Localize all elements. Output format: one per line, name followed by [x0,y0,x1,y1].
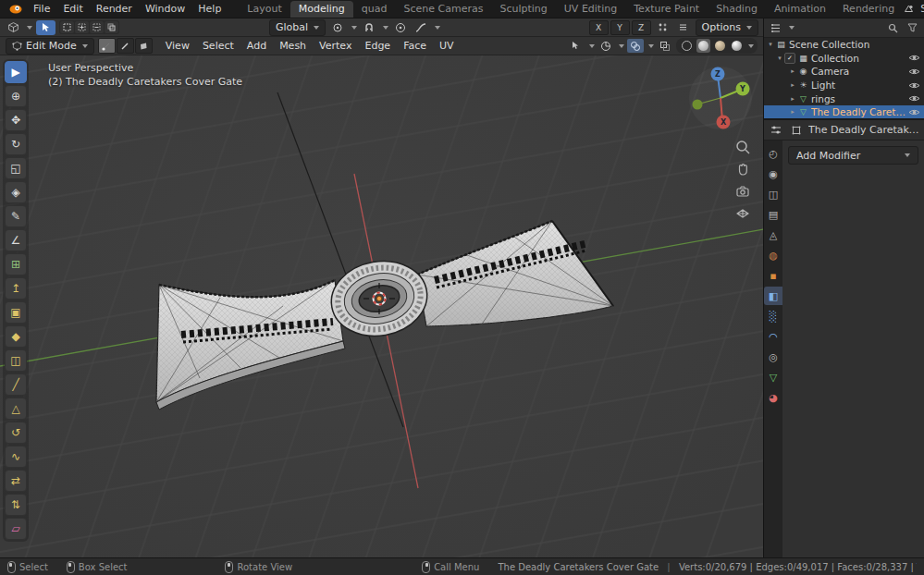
menu-item[interactable]: Window [139,0,191,18]
navigation-gizmo[interactable]: Z Y X [685,63,756,133]
tool-button[interactable]: ∠ [5,229,27,251]
tool-button[interactable]: ◆ [5,325,27,348]
visibility-eye-icon[interactable] [907,67,921,76]
properties-tab[interactable]: ◧ [764,287,782,305]
workspace-tab[interactable]: Animation [766,1,834,18]
shading-material-icon[interactable] [713,39,727,53]
viewport-menu-item[interactable]: View [160,40,195,52]
workspace-tab[interactable]: Layout [239,1,290,18]
active-tool-icon[interactable] [36,20,55,35]
scene-browse-icon[interactable] [903,3,915,15]
workspace-tab[interactable]: quad [353,1,396,18]
blender-logo-icon[interactable] [4,0,27,18]
viewport-menu-item[interactable]: Add [241,40,272,52]
collection-checkbox[interactable]: ✓ [784,53,795,64]
tool-button[interactable]: ↺ [5,422,27,444]
pivot-chevron-icon[interactable] [351,26,357,30]
expand-arrow-icon[interactable]: ▸ [788,95,797,103]
outliner-row[interactable]: ▸ ▽ rings [764,92,924,105]
properties-tab[interactable]: ◫ [764,185,782,203]
viewport-menu-item[interactable]: Vertex [314,40,357,52]
tool-button[interactable]: ◱ [5,157,27,179]
tool-button[interactable]: ⊕ [5,85,27,107]
proportional-falloff-icon[interactable] [413,20,429,34]
edge-select-icon[interactable] [117,38,134,54]
tool-button[interactable]: ∿ [5,446,27,468]
mode-dropdown[interactable]: Edit Mode [6,38,94,55]
tool-button[interactable]: ▶ [5,61,27,83]
outliner-search-icon[interactable] [884,21,901,35]
overlays-chevron-icon[interactable] [648,44,654,48]
camera-view-icon[interactable] [734,183,751,200]
tool-button[interactable]: ⇅ [5,494,27,516]
mirror-axis-toggle[interactable]: X [589,20,609,35]
add-modifier-button[interactable]: Add Modifier [788,146,918,165]
workspace-tab[interactable]: Rendering [834,1,903,18]
object-visibility-icon[interactable] [568,39,585,53]
select-mode-extend-icon[interactable] [75,21,89,33]
shading-rendered-icon[interactable] [730,39,744,53]
properties-tab[interactable]: ▽ [764,368,782,386]
zoom-icon[interactable] [734,139,751,155]
expand-arrow-icon[interactable]: ▾ [766,41,775,48]
tool-button[interactable]: ⊞ [5,253,27,275]
properties-tab[interactable]: ◉ [764,165,782,183]
properties-tab[interactable]: ▤ [764,205,782,224]
workspace-tab[interactable]: UV Editing [556,1,625,18]
visibility-eye-icon[interactable] [907,94,921,103]
overlays-icon[interactable] [627,39,644,53]
properties-tab[interactable]: ░ [764,307,782,325]
pan-hand-icon[interactable] [734,161,751,177]
workspace-tab[interactable]: Texture Paint [625,1,708,18]
expand-arrow-icon[interactable]: ▸ [788,81,797,89]
workspace-tab[interactable]: Modeling [290,1,353,18]
viewport-menu-item[interactable]: Face [398,40,432,52]
ortho-toggle-icon[interactable] [734,205,751,222]
outliner-row[interactable]: ▸ ☀ Light [764,79,924,92]
visibility-eye-icon[interactable] [907,108,921,116]
viewport[interactable]: ▶ ⊕ ✥ ↻ [0,55,763,557]
gizmos-chevron-icon[interactable] [619,44,624,48]
viewport-menu-item[interactable]: Select [197,40,240,52]
properties-tab[interactable]: ◎ [764,348,782,366]
select-mode-subtract-icon[interactable] [90,21,104,33]
mirror-axis-toggle[interactable]: Z [632,20,651,35]
viewport-menu-item[interactable]: Edge [359,40,396,52]
tool-button[interactable]: ✥ [5,109,27,131]
snap-chevron-icon[interactable] [383,26,388,30]
options-dropdown[interactable]: Options [696,19,758,36]
menu-item[interactable]: File [27,0,56,18]
properties-tab[interactable]: ◬ [764,226,782,244]
tool-button[interactable]: ↻ [5,133,27,155]
select-mode-new-icon[interactable] [60,21,74,33]
snap-options-icon[interactable] [655,20,671,34]
workspace-tab[interactable]: Sculpting [491,1,555,18]
tool-button[interactable]: ◈ [5,181,27,203]
pivot-point-icon[interactable] [329,20,346,34]
viewport-menu-item[interactable]: UV [434,40,460,52]
outliner-row[interactable]: ▸ ◉ Camera [764,65,924,79]
shading-solid-icon[interactable] [696,39,710,53]
tool-button[interactable]: ╱ [5,373,27,396]
outliner-editor-icon[interactable] [768,21,784,35]
properties-tab[interactable]: ▪ [764,266,782,285]
outliner-row[interactable]: ▾ ✓ ▦ Collection [764,52,924,66]
visibility-eye-icon[interactable] [907,81,921,90]
workspace-tab[interactable]: Shading [708,1,766,18]
gizmo-y-neg-axis[interactable] [693,100,703,110]
outliner-row[interactable]: ▸ ▽ The Deadly Caretakers [764,105,924,118]
properties-tab[interactable]: ◍ [764,246,782,264]
viewport-menu-item[interactable]: Mesh [274,40,312,52]
editor-type-chevron-icon[interactable] [27,26,32,30]
properties-tab[interactable]: ◴ [764,144,782,163]
transform-orientation-dropdown[interactable]: Global [269,19,326,36]
tool-button[interactable]: ▱ [5,518,27,540]
properties-tab[interactable]: ◠ [764,327,782,346]
tool-button[interactable]: △ [5,398,27,420]
viewport-canvas[interactable] [0,55,763,557]
outliner-mode-chevron-icon[interactable] [789,26,795,30]
expand-arrow-icon[interactable]: ▸ [788,67,797,75]
transform-options-icon[interactable] [675,20,692,34]
properties-tab[interactable]: ◕ [764,388,782,407]
shading-wireframe-icon[interactable] [680,39,694,53]
